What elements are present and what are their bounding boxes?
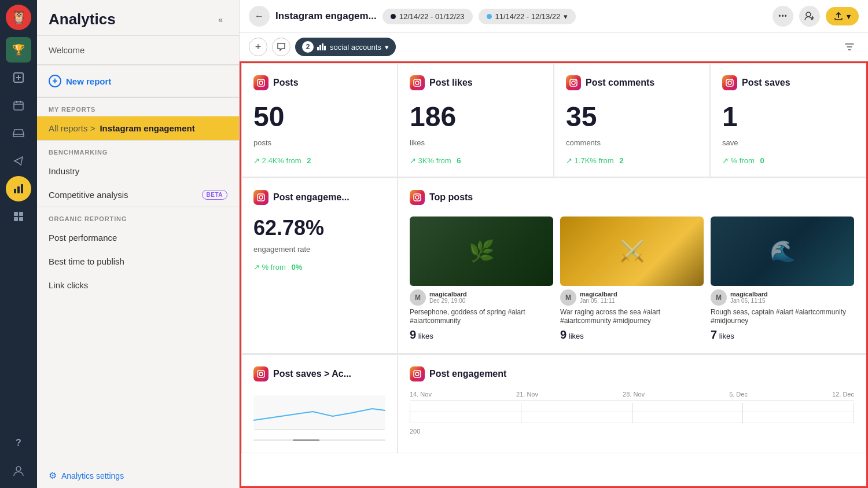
chart-canvas: 200	[410, 400, 854, 435]
analytics-settings-button[interactable]: ⚙ Analytics settings	[37, 463, 239, 488]
post-comments-card: Post comments 35 comments ↗ 1.7K% from 2	[554, 63, 710, 177]
svg-point-28	[415, 81, 419, 85]
best-time-label: Best time to publish	[49, 256, 124, 266]
post-2-date: Jan 05, 11:11	[580, 298, 617, 304]
sidebar-item-help[interactable]: ?	[6, 430, 31, 456]
top-posts-images: 🌿 M magicalbard Dec 29, 19:00 Persephone…	[410, 217, 854, 342]
svg-rect-24	[258, 79, 264, 86]
posts-ig-icon	[253, 75, 269, 90]
sidebar-welcome[interactable]: Welcome	[37, 36, 239, 65]
posts-change-num: 2	[307, 156, 311, 165]
sidebar-item-compose[interactable]	[6, 65, 31, 90]
posts-value: 50	[253, 102, 385, 133]
svg-rect-30	[570, 79, 577, 86]
svg-point-34	[728, 81, 731, 85]
engagement-change: ↗ % from 0%	[253, 263, 385, 271]
top-posts-title: Top posts	[429, 192, 473, 203]
chart-label-2: 28. Nov	[623, 391, 645, 398]
posts-card-title: Posts	[273, 78, 299, 88]
svg-point-41	[419, 195, 420, 196]
sidebar-item-link-clicks[interactable]: Link clicks	[37, 273, 239, 297]
sidebar-item-instagram-engagement[interactable]: All reports > Instagram engagement	[37, 116, 239, 140]
sidebar-item-grid[interactable]	[6, 204, 31, 229]
scrollbar-indicator	[293, 439, 319, 441]
new-report-button[interactable]: + New report	[37, 65, 239, 97]
add-user-button[interactable]	[799, 6, 820, 27]
date-range-1[interactable]: 12/14/22 - 01/12/23	[382, 9, 473, 24]
date-range-2[interactable]: 11/14/22 - 12/13/22 ▾	[479, 9, 576, 24]
post-likes-value: 186	[410, 102, 542, 133]
new-report-plus-icon: +	[49, 75, 61, 87]
svg-point-32	[575, 80, 576, 82]
sidebar-item-campaigns[interactable]	[6, 148, 31, 174]
sidebar-item-post-performance[interactable]: Post performance	[37, 226, 239, 249]
sidebar-item-analytics-active[interactable]	[6, 176, 31, 201]
mini-chart-svg	[253, 400, 385, 423]
post-likes-card-header: Post likes	[410, 75, 542, 90]
post-saves-change: ↗ % from 0	[722, 156, 854, 165]
sidebar-item-competitive[interactable]: Competitive analysis BETA	[37, 183, 239, 207]
sidebar-title: Analytics	[49, 10, 116, 28]
svg-rect-14	[14, 217, 18, 221]
chart-area: 14. Nov 21. Nov 28. Nov 5. Dec 12. Dec 2…	[410, 391, 854, 435]
back-button[interactable]: ←	[249, 6, 270, 27]
row-3: Post saves > Ac...	[241, 354, 866, 453]
sidebar-collapse-btn[interactable]: «	[214, 13, 227, 27]
posts-card-header: Posts	[253, 75, 385, 90]
post-comments-change: ↗ 1.7K% from 2	[566, 156, 698, 165]
svg-rect-39	[414, 194, 421, 201]
svg-rect-22	[322, 43, 323, 50]
sidebar-item-planner[interactable]	[6, 93, 31, 118]
social-accounts-filter[interactable]: 2 social accounts ▾	[295, 38, 396, 56]
export-button[interactable]: ▾	[826, 7, 859, 25]
post-2-avatar: M	[560, 289, 576, 306]
post-3-username: magicalbard	[730, 291, 768, 298]
svg-point-46	[415, 372, 419, 376]
post-comments-change-text: ↗ 1.7K% from	[566, 156, 614, 165]
filter-comment-button[interactable]	[272, 38, 290, 56]
social-accounts-count: 2	[302, 41, 314, 53]
post-saves-ac-title: Post saves > Ac...	[273, 369, 351, 379]
post-2-username: magicalbard	[580, 291, 617, 298]
post-1-username: magicalbard	[429, 291, 467, 298]
top-posts-header: Top posts	[410, 190, 854, 205]
engagement-ig-icon	[253, 190, 269, 205]
date-range-2-text: 11/14/22 - 12/13/22	[495, 12, 561, 21]
post-likes-card-title: Post likes	[429, 78, 473, 88]
svg-rect-12	[14, 212, 18, 216]
bar-chart-icon	[317, 43, 326, 50]
engagement-value: 62.78%	[253, 217, 385, 240]
sidebar-item-achievements[interactable]: 🏆	[6, 37, 31, 63]
date-dot-2	[487, 14, 492, 19]
current-report-text: Instagram engagement	[100, 123, 194, 133]
post-saves-ac-card: Post saves > Ac...	[241, 354, 398, 453]
post-likes-change-text: ↗ 3K% from	[410, 156, 451, 165]
top-post-2: ⚔️ M magicalbard Jan 05, 11:11 War ragin…	[560, 217, 704, 342]
post-saves-card-title: Post saves	[742, 78, 790, 88]
filter-add-button[interactable]: +	[249, 38, 267, 56]
link-clicks-label: Link clicks	[49, 280, 88, 290]
post-comments-card-header: Post comments	[566, 75, 698, 90]
sidebar-item-profile[interactable]	[6, 458, 31, 483]
top-post-1-image: 🌿	[410, 217, 553, 286]
post-comments-card-title: Post comments	[586, 78, 654, 88]
organic-label: ORGANIC REPORTING	[37, 207, 239, 226]
posts-change: ↗ 2.4K% from 2	[253, 156, 385, 165]
posts-change-text: ↗ 2.4K% from	[253, 156, 301, 165]
svg-rect-23	[324, 46, 326, 50]
settings-label: Analytics settings	[61, 471, 124, 480]
more-options-button[interactable]: •••	[773, 6, 793, 27]
sidebar: Analytics « Welcome + New report MY REPO…	[37, 0, 240, 488]
svg-point-40	[415, 196, 419, 199]
date-dot-1	[391, 14, 396, 19]
svg-rect-27	[414, 79, 421, 86]
sidebar-item-best-time[interactable]: Best time to publish	[37, 249, 239, 273]
svg-rect-6	[16, 101, 17, 103]
sidebar-item-industry[interactable]: Industry	[37, 159, 239, 183]
sidebar-item-inbox[interactable]	[6, 120, 31, 146]
report-title: Instagram engagem...	[275, 10, 377, 22]
svg-text:🦉: 🦉	[11, 9, 27, 25]
industry-label: Industry	[49, 166, 79, 176]
beta-badge: BETA	[202, 190, 227, 200]
filter-funnel-button[interactable]	[840, 38, 859, 56]
